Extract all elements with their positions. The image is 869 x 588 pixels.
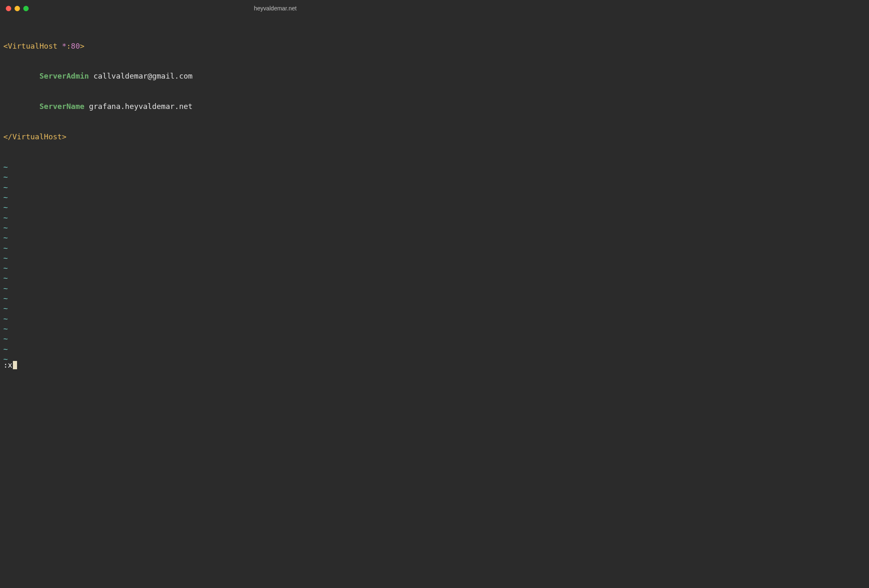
directive-key: ServerAdmin (40, 72, 89, 80)
empty-line-tilde: ~ (3, 294, 547, 304)
code-line: ServerName grafana.heyvaldemar.net (3, 101, 547, 111)
maximize-icon[interactable] (23, 6, 29, 11)
code-line: <VirtualHost *:80> (3, 41, 547, 51)
arg-star: * (62, 42, 67, 50)
editor-area[interactable]: <VirtualHost *:80> ServerAdmin callvalde… (0, 17, 551, 360)
arg-colon: : (67, 42, 71, 50)
directive-value: grafana.heyvaldemar.net (89, 102, 193, 111)
tag-bracket: </ (3, 132, 12, 141)
empty-line-tilde: ~ (3, 284, 547, 294)
code-line: ServerAdmin callvaldemar@gmail.com (3, 71, 547, 81)
empty-line-tilde: ~ (3, 233, 547, 243)
arg-port: 80 (71, 42, 80, 50)
empty-line-tilde: ~ (3, 263, 547, 273)
command-text: x (8, 360, 12, 370)
empty-line-tilde: ~ (3, 203, 547, 212)
empty-line-tilde: ~ (3, 193, 547, 203)
empty-line-tilde: ~ (3, 304, 547, 314)
empty-line-tilde: ~ (3, 223, 547, 233)
tag-bracket: > (62, 132, 67, 141)
tag-bracket: < (3, 42, 8, 50)
tag-name: VirtualHost (8, 42, 57, 50)
indent (3, 102, 40, 111)
code-line: </VirtualHost> (3, 132, 547, 142)
vim-command-line[interactable]: :x (0, 360, 551, 373)
directive-value: callvaldemar@gmail.com (94, 72, 193, 80)
empty-line-tilde: ~ (3, 213, 547, 223)
empty-line-tilde: ~ (3, 273, 547, 283)
window-controls (6, 6, 29, 11)
indent (3, 72, 40, 80)
minimize-icon[interactable] (15, 6, 20, 11)
empty-line-tilde: ~ (3, 314, 547, 324)
empty-lines: ~~~~~~~~~~~~~~~~~~~~~~~~~~~~~~~~~~~~~~~~ (3, 162, 547, 360)
empty-line-tilde: ~ (3, 172, 547, 182)
tag-bracket: > (80, 42, 84, 50)
empty-line-tilde: ~ (3, 243, 547, 253)
close-icon[interactable] (6, 6, 11, 11)
window-title: heyvaldemar.net (0, 5, 551, 12)
file-content: <VirtualHost *:80> ServerAdmin callvalde… (3, 21, 547, 162)
empty-line-tilde: ~ (3, 162, 547, 172)
empty-line-tilde: ~ (3, 344, 547, 354)
empty-line-tilde: ~ (3, 354, 547, 360)
tag-space (57, 42, 62, 50)
directive-key: ServerName (40, 102, 84, 111)
command-prefix: : (3, 360, 8, 370)
tag-name: VirtualHost (12, 132, 62, 141)
empty-line-tilde: ~ (3, 183, 547, 193)
empty-line-tilde: ~ (3, 253, 547, 263)
window-titlebar: heyvaldemar.net (0, 0, 551, 17)
empty-line-tilde: ~ (3, 334, 547, 344)
cursor-icon (13, 361, 17, 369)
empty-line-tilde: ~ (3, 324, 547, 334)
